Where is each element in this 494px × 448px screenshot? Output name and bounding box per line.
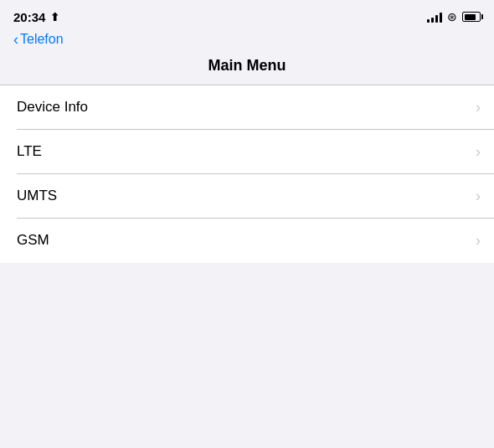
status-right: ⊛ <box>427 10 481 23</box>
chevron-right-icon: › <box>476 232 481 250</box>
menu-item-label: LTE <box>17 143 42 160</box>
status-left: 20:34 ⬆ <box>13 10 59 24</box>
menu-item-label: UMTS <box>17 188 57 204</box>
battery-icon <box>462 12 481 22</box>
menu-item-umts[interactable]: UMTS › <box>0 174 494 219</box>
wifi-icon: ⊛ <box>447 10 457 23</box>
menu-item-label: Device Info <box>17 99 88 116</box>
location-icon: ⬆ <box>50 11 59 23</box>
chevron-right-icon: › <box>476 188 481 205</box>
menu-item-label: GSM <box>17 232 49 249</box>
back-label: Telefon <box>20 32 64 47</box>
chevron-right-icon: › <box>476 99 481 116</box>
page-title-container: Main Menu <box>0 50 494 85</box>
empty-section <box>0 263 494 313</box>
back-chevron-icon: ‹ <box>13 32 18 47</box>
nav-bar: ‹ Telefon <box>0 30 494 50</box>
menu-item-lte[interactable]: LTE › <box>0 130 494 174</box>
back-button[interactable]: ‹ Telefon <box>13 32 64 47</box>
page-title: Main Menu <box>13 57 481 75</box>
status-bar: 20:34 ⬆ ⊛ <box>0 0 494 30</box>
signal-icon <box>427 11 442 23</box>
chevron-right-icon: › <box>476 143 481 161</box>
menu-item-device-info[interactable]: Device Info › <box>0 85 494 130</box>
time-display: 20:34 <box>13 10 45 24</box>
menu-item-gsm[interactable]: GSM › <box>0 219 494 263</box>
menu-list: Device Info › LTE › UMTS › GSM › <box>0 85 494 263</box>
